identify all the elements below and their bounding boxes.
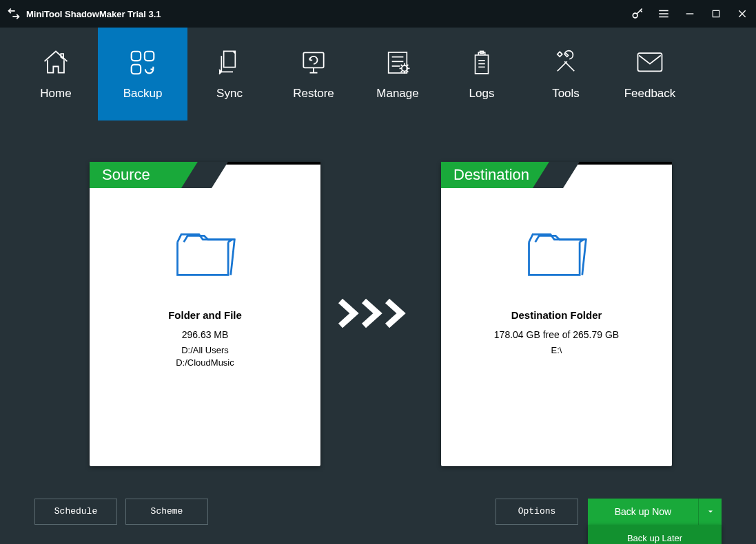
backup-later-label: Back up Later	[627, 533, 682, 543]
nav-label: Logs	[469, 87, 495, 101]
destination-header: Destination	[441, 162, 672, 188]
svg-rect-9	[145, 51, 154, 60]
bottom-bar: Schedule Scheme Options Back up Now Back…	[0, 479, 756, 544]
manage-icon	[384, 48, 411, 77]
logs-icon	[469, 48, 495, 77]
backup-dropdown-toggle[interactable]	[698, 499, 722, 525]
restore-icon	[298, 48, 329, 77]
source-header-label: Source	[90, 162, 320, 188]
minimize-icon[interactable]	[683, 7, 697, 21]
app-title: MiniTool ShadowMaker Trial 3.1	[26, 9, 161, 19]
title-bar: MiniTool ShadowMaker Trial 3.1	[0, 0, 756, 28]
svg-rect-11	[303, 52, 323, 67]
nav-tools[interactable]: Tools	[524, 28, 608, 121]
folder-icon	[441, 228, 672, 280]
nav-label: Restore	[293, 87, 334, 101]
nav-feedback[interactable]: Feedback	[608, 28, 692, 121]
arrows-icon	[338, 298, 420, 328]
menu-icon[interactable]	[657, 7, 671, 21]
destination-path: E:\	[441, 344, 672, 357]
svg-rect-8	[132, 51, 141, 60]
scheme-button[interactable]: Scheme	[125, 499, 208, 525]
backup-now-button[interactable]: Back up Now	[588, 499, 698, 525]
svg-rect-23	[638, 53, 662, 71]
nav-label: Home	[40, 87, 71, 101]
backup-later-item[interactable]: Back up Later	[588, 525, 722, 545]
sync-icon	[216, 48, 243, 77]
maximize-icon[interactable]	[709, 7, 723, 21]
folder-icon	[90, 228, 320, 280]
main-area: Source Folder and File 296.63 MB D:/All …	[0, 121, 756, 479]
app-logo-icon	[7, 7, 21, 21]
destination-card[interactable]: Destination Destination Folder 178.04 GB…	[441, 162, 672, 466]
source-header: Source	[90, 162, 320, 188]
destination-header-label: Destination	[441, 162, 672, 188]
nav-logs[interactable]: Logs	[440, 28, 524, 121]
backup-icon	[127, 48, 159, 77]
nav-home[interactable]: Home	[14, 28, 98, 121]
nav-backup[interactable]: Backup	[98, 28, 187, 121]
nav-label: Backup	[123, 87, 163, 101]
nav-label: Feedback	[624, 87, 676, 101]
tools-icon	[551, 48, 580, 77]
nav-label: Manage	[376, 87, 418, 101]
feedback-icon	[635, 48, 664, 77]
backup-split-button: Back up Now	[588, 499, 722, 525]
main-nav: Home Backup Sync Restore	[0, 28, 756, 121]
schedule-button[interactable]: Schedule	[34, 499, 117, 525]
nav-label: Sync	[216, 87, 243, 101]
nav-sync[interactable]: Sync	[187, 28, 272, 121]
source-card[interactable]: Source Folder and File 296.63 MB D:/All …	[90, 162, 320, 466]
svg-rect-5	[713, 10, 719, 17]
svg-point-0	[633, 13, 637, 18]
options-button[interactable]: Options	[496, 499, 578, 525]
nav-label: Tools	[552, 87, 580, 101]
source-paths: D:/All Users D:/CloudMusic	[90, 344, 320, 368]
key-icon[interactable]	[631, 7, 644, 21]
home-icon	[41, 48, 71, 77]
svg-rect-14	[389, 52, 407, 73]
source-size: 296.63 MB	[90, 329, 320, 340]
nav-manage[interactable]: Manage	[356, 28, 440, 121]
nav-restore[interactable]: Restore	[272, 28, 356, 121]
destination-title: Destination Folder	[441, 309, 672, 321]
close-icon[interactable]	[735, 7, 749, 21]
chevron-down-icon	[706, 508, 715, 516]
source-title: Folder and File	[90, 309, 320, 321]
destination-free: 178.04 GB free of 265.79 GB	[441, 329, 672, 340]
svg-rect-10	[132, 64, 141, 73]
